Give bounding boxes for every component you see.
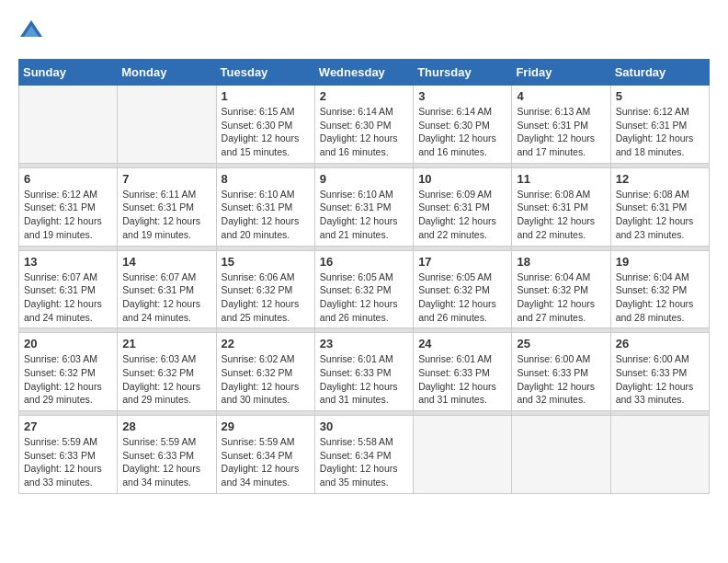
day-number: 19 — [616, 255, 704, 269]
day-number: 29 — [222, 419, 310, 433]
day-info: Sunrise: 6:03 AMSunset: 6:32 PMDaylight:… — [24, 352, 112, 407]
day-info: Sunrise: 5:59 AMSunset: 6:34 PMDaylight:… — [222, 435, 310, 489]
day-info: Sunrise: 6:01 AMSunset: 6:33 PMDaylight:… — [418, 352, 506, 407]
day-info: Sunrise: 6:05 AMSunset: 6:32 PMDaylight:… — [418, 270, 506, 325]
day-info: Sunrise: 6:04 AMSunset: 6:32 PMDaylight:… — [616, 270, 704, 325]
day-number: 8 — [222, 172, 310, 186]
logo-icon — [18, 18, 44, 44]
calendar-cell: 17Sunrise: 6:05 AMSunset: 6:32 PMDayligh… — [414, 250, 512, 328]
calendar-cell — [512, 416, 610, 494]
day-number: 9 — [320, 172, 408, 186]
calendar-week-row: 27Sunrise: 5:59 AMSunset: 6:33 PMDayligh… — [19, 416, 710, 494]
day-info: Sunrise: 6:07 AMSunset: 6:31 PMDaylight:… — [24, 270, 112, 325]
calendar-cell: 2Sunrise: 6:14 AMSunset: 6:30 PMDaylight… — [314, 86, 413, 164]
day-number: 17 — [418, 255, 506, 269]
calendar-cell: 7Sunrise: 6:11 AMSunset: 6:31 PMDaylight… — [118, 167, 216, 246]
day-info: Sunrise: 6:13 AMSunset: 6:31 PMDaylight:… — [517, 105, 605, 159]
calendar-cell: 9Sunrise: 6:10 AMSunset: 6:31 PMDaylight… — [314, 167, 413, 246]
day-number: 25 — [517, 337, 605, 350]
calendar-table: SundayMondayTuesdayWednesdayThursdayFrid… — [18, 59, 710, 494]
calendar-cell — [19, 86, 118, 164]
column-header-tuesday: Tuesday — [216, 60, 314, 86]
day-info: Sunrise: 5:58 AMSunset: 6:34 PMDaylight:… — [320, 435, 408, 489]
column-header-monday: Monday — [118, 60, 216, 86]
day-info: Sunrise: 6:10 AMSunset: 6:31 PMDaylight:… — [320, 188, 408, 242]
calendar-cell: 11Sunrise: 6:08 AMSunset: 6:31 PMDayligh… — [512, 167, 610, 246]
day-info: Sunrise: 6:07 AMSunset: 6:31 PMDaylight:… — [122, 270, 210, 325]
day-number: 18 — [517, 255, 605, 269]
day-number: 21 — [122, 337, 210, 350]
page-header — [18, 18, 710, 44]
day-number: 20 — [24, 337, 112, 350]
calendar-cell: 26Sunrise: 6:00 AMSunset: 6:33 PMDayligh… — [610, 333, 709, 411]
column-header-saturday: Saturday — [610, 60, 709, 86]
calendar-cell: 18Sunrise: 6:04 AMSunset: 6:32 PMDayligh… — [512, 250, 610, 328]
calendar-cell: 23Sunrise: 6:01 AMSunset: 6:33 PMDayligh… — [314, 333, 413, 411]
day-number: 16 — [320, 255, 408, 269]
day-info: Sunrise: 6:00 AMSunset: 6:33 PMDaylight:… — [517, 352, 605, 407]
calendar-cell: 28Sunrise: 5:59 AMSunset: 6:33 PMDayligh… — [118, 416, 216, 494]
calendar-cell: 22Sunrise: 6:02 AMSunset: 6:32 PMDayligh… — [216, 333, 314, 411]
day-number: 7 — [122, 172, 210, 186]
calendar-header-row: SundayMondayTuesdayWednesdayThursdayFrid… — [19, 60, 710, 86]
day-number: 15 — [222, 255, 310, 269]
day-info: Sunrise: 6:00 AMSunset: 6:33 PMDaylight:… — [616, 352, 704, 407]
day-number: 13 — [24, 255, 112, 269]
day-info: Sunrise: 6:05 AMSunset: 6:32 PMDaylight:… — [320, 270, 408, 325]
calendar-week-row: 6Sunrise: 6:12 AMSunset: 6:31 PMDaylight… — [19, 167, 710, 246]
day-info: Sunrise: 6:01 AMSunset: 6:33 PMDaylight:… — [320, 352, 408, 407]
calendar-cell: 16Sunrise: 6:05 AMSunset: 6:32 PMDayligh… — [314, 250, 413, 328]
day-number: 27 — [24, 419, 112, 433]
day-number: 6 — [24, 172, 112, 186]
calendar-cell: 3Sunrise: 6:14 AMSunset: 6:30 PMDaylight… — [414, 86, 512, 164]
day-info: Sunrise: 6:09 AMSunset: 6:31 PMDaylight:… — [418, 188, 506, 242]
calendar-cell — [118, 86, 216, 164]
day-number: 11 — [517, 172, 605, 186]
day-number: 22 — [222, 337, 310, 350]
day-info: Sunrise: 5:59 AMSunset: 6:33 PMDaylight:… — [24, 435, 112, 489]
calendar-cell: 19Sunrise: 6:04 AMSunset: 6:32 PMDayligh… — [610, 250, 709, 328]
calendar-cell: 6Sunrise: 6:12 AMSunset: 6:31 PMDaylight… — [19, 167, 118, 246]
day-info: Sunrise: 6:08 AMSunset: 6:31 PMDaylight:… — [616, 188, 704, 242]
day-info: Sunrise: 6:10 AMSunset: 6:31 PMDaylight:… — [222, 188, 310, 242]
calendar-cell: 24Sunrise: 6:01 AMSunset: 6:33 PMDayligh… — [414, 333, 512, 411]
day-info: Sunrise: 6:06 AMSunset: 6:32 PMDaylight:… — [222, 270, 310, 325]
day-number: 4 — [517, 89, 605, 103]
calendar-cell: 10Sunrise: 6:09 AMSunset: 6:31 PMDayligh… — [414, 167, 512, 246]
day-number: 10 — [418, 172, 506, 186]
column-header-thursday: Thursday — [414, 60, 512, 86]
day-info: Sunrise: 6:14 AMSunset: 6:30 PMDaylight:… — [320, 105, 408, 159]
day-number: 14 — [122, 255, 210, 269]
day-info: Sunrise: 6:04 AMSunset: 6:32 PMDaylight:… — [517, 270, 605, 325]
calendar-cell — [414, 416, 512, 494]
calendar-cell: 27Sunrise: 5:59 AMSunset: 6:33 PMDayligh… — [19, 416, 118, 494]
calendar-cell: 29Sunrise: 5:59 AMSunset: 6:34 PMDayligh… — [216, 416, 314, 494]
day-info: Sunrise: 6:08 AMSunset: 6:31 PMDaylight:… — [517, 188, 605, 242]
calendar-cell: 13Sunrise: 6:07 AMSunset: 6:31 PMDayligh… — [19, 250, 118, 328]
day-info: Sunrise: 6:12 AMSunset: 6:31 PMDaylight:… — [24, 188, 112, 242]
calendar-week-row: 1Sunrise: 6:15 AMSunset: 6:30 PMDaylight… — [19, 86, 710, 164]
day-info: Sunrise: 5:59 AMSunset: 6:33 PMDaylight:… — [122, 435, 210, 489]
calendar-cell: 20Sunrise: 6:03 AMSunset: 6:32 PMDayligh… — [19, 333, 118, 411]
day-number: 12 — [616, 172, 704, 186]
day-info: Sunrise: 6:03 AMSunset: 6:32 PMDaylight:… — [122, 352, 210, 407]
day-number: 24 — [418, 337, 506, 350]
calendar-cell: 30Sunrise: 5:58 AMSunset: 6:34 PMDayligh… — [314, 416, 413, 494]
calendar-cell: 21Sunrise: 6:03 AMSunset: 6:32 PMDayligh… — [118, 333, 216, 411]
day-info: Sunrise: 6:15 AMSunset: 6:30 PMDaylight:… — [222, 105, 310, 159]
day-number: 26 — [616, 337, 704, 350]
calendar-cell — [610, 416, 709, 494]
day-number: 23 — [320, 337, 408, 350]
column-header-sunday: Sunday — [19, 60, 118, 86]
calendar-cell: 12Sunrise: 6:08 AMSunset: 6:31 PMDayligh… — [610, 167, 709, 246]
day-info: Sunrise: 6:14 AMSunset: 6:30 PMDaylight:… — [418, 105, 506, 159]
calendar-cell: 8Sunrise: 6:10 AMSunset: 6:31 PMDaylight… — [216, 167, 314, 246]
calendar-week-row: 20Sunrise: 6:03 AMSunset: 6:32 PMDayligh… — [19, 333, 710, 411]
day-info: Sunrise: 6:02 AMSunset: 6:32 PMDaylight:… — [222, 352, 310, 407]
logo — [18, 18, 48, 44]
day-number: 2 — [320, 89, 408, 103]
calendar-cell: 25Sunrise: 6:00 AMSunset: 6:33 PMDayligh… — [512, 333, 610, 411]
day-number: 1 — [222, 89, 310, 103]
day-info: Sunrise: 6:12 AMSunset: 6:31 PMDaylight:… — [616, 105, 704, 159]
day-info: Sunrise: 6:11 AMSunset: 6:31 PMDaylight:… — [122, 188, 210, 242]
